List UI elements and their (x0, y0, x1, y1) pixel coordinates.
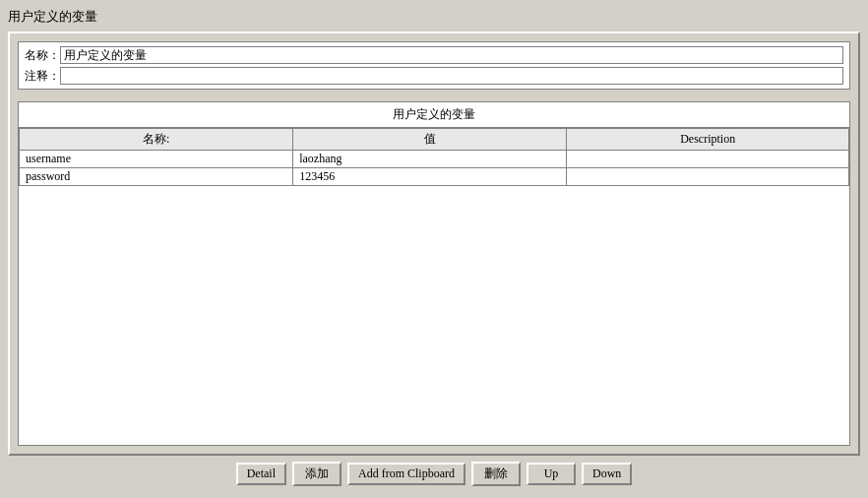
cell-value: 123456 (293, 168, 567, 186)
page-title: 用户定义的变量 (8, 8, 860, 26)
table-section: 用户定义的变量 名称: 值 Description (18, 101, 850, 446)
cell-description (567, 168, 849, 186)
table-section-title: 用户定义的变量 (19, 102, 849, 128)
detail-button[interactable]: Detail (236, 463, 286, 485)
table-row[interactable]: password123456 (20, 168, 849, 186)
name-row: 名称： (25, 46, 843, 64)
table-row[interactable]: usernamelaozhang (20, 151, 849, 168)
col-name-header: 名称: (20, 129, 293, 151)
table-wrapper: 名称: 值 Description usernamelaozhangpasswo… (19, 128, 849, 445)
form-area: 名称： 注释： (18, 41, 850, 90)
add-from-clipboard-button[interactable]: Add from Clipboard (347, 463, 465, 485)
col-value-header: 值 (293, 129, 567, 151)
cell-name: username (20, 151, 293, 168)
table-header-row: 名称: 值 Description (20, 129, 849, 151)
cell-name: password (20, 168, 293, 186)
button-bar: Detail 添加 Add from Clipboard 删除 Up Down (8, 456, 860, 490)
table-body: usernamelaozhangpassword123456 (20, 151, 849, 186)
name-label: 名称： (25, 47, 60, 64)
content-panel: 名称： 注释： 用户定义的变量 (8, 31, 860, 456)
up-button[interactable]: Up (527, 463, 576, 485)
comment-label: 注释： (25, 68, 60, 85)
comment-input[interactable] (60, 67, 843, 85)
comment-row: 注释： (25, 67, 843, 85)
cell-value: laozhang (293, 151, 567, 168)
add-button[interactable]: 添加 (292, 462, 341, 486)
down-button[interactable]: Down (582, 463, 632, 485)
delete-button[interactable]: 删除 (471, 462, 521, 486)
data-table: 名称: 值 Description usernamelaozhangpasswo… (19, 128, 849, 186)
main-container: 用户定义的变量 名称： 注释： 用户定义的变量 (0, 0, 868, 498)
col-description-header: Description (567, 129, 849, 151)
name-input[interactable] (60, 46, 843, 64)
cell-description (567, 151, 849, 168)
